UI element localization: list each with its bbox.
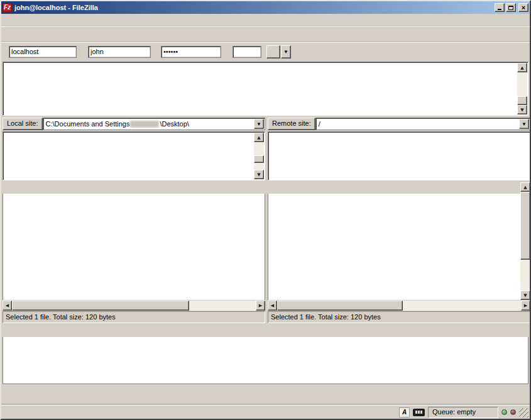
- transfer-queue-list[interactable]: [3, 337, 528, 384]
- activity-led-green-icon: [501, 409, 507, 415]
- remote-file-list[interactable]: [268, 194, 520, 300]
- minimize-button[interactable]: [495, 3, 505, 12]
- local-site-label: Local site:: [3, 118, 43, 130]
- quickconnect-dropdown-button[interactable]: ▼: [281, 45, 291, 58]
- local-path-prefix: C:\Documents and Settings: [46, 120, 130, 128]
- local-horizontal-scrollbar[interactable]: ◀ ▶: [3, 301, 265, 311]
- scroll-down-icon[interactable]: ▼: [520, 290, 530, 300]
- remote-vertical-scrollbar[interactable]: ▲ ▼: [520, 182, 530, 300]
- minimize-icon: [498, 6, 501, 10]
- toolbar: [1, 26, 530, 42]
- status-bar: A Queue: empty: [1, 405, 530, 419]
- password-input[interactable]: [161, 46, 221, 58]
- activity-led-red-icon: [510, 409, 516, 415]
- remote-site-combo[interactable]: / ▼: [315, 118, 530, 130]
- local-pane: Local site: C:\Documents and Settings\De…: [3, 118, 265, 323]
- scroll-right-icon[interactable]: ▶: [256, 301, 265, 311]
- transfer-queue-header: [3, 325, 528, 337]
- maximize-button[interactable]: [506, 3, 516, 12]
- local-status-text: Selected 1 file. Total size: 120 bytes: [3, 311, 265, 323]
- username-input[interactable]: [88, 46, 151, 58]
- scroll-right-icon[interactable]: ▶: [521, 301, 530, 311]
- tree-scroll-thumb[interactable]: [254, 155, 264, 163]
- transfer-type-indicator-icon: A: [399, 407, 410, 417]
- scroll-left-icon[interactable]: ◀: [268, 301, 277, 311]
- window-title: john@localhost - FileZilla: [14, 4, 495, 11]
- local-tree-scrollbar[interactable]: ▲ ▼: [254, 133, 264, 179]
- local-site-dropdown-button[interactable]: ▼: [254, 119, 264, 129]
- scroll-left-icon[interactable]: ◀: [3, 301, 12, 311]
- status-badge-icon: [413, 409, 425, 416]
- remote-directory-tree[interactable]: [268, 131, 530, 180]
- maximize-icon: [508, 6, 513, 10]
- remote-site-label: Remote site:: [268, 118, 315, 130]
- title-bar[interactable]: Fz john@localhost - FileZilla ×: [1, 1, 530, 14]
- local-path-suffix: \Desktop\: [160, 120, 189, 128]
- menu-bar: [1, 14, 530, 26]
- filezilla-logo-icon: Fz: [3, 3, 12, 12]
- scroll-up-icon[interactable]: ▲: [517, 63, 527, 72]
- queue-tabs: [1, 385, 530, 399]
- port-input[interactable]: [233, 46, 261, 58]
- scroll-up-icon[interactable]: ▲: [254, 133, 264, 142]
- local-directory-tree[interactable]: ▲ ▼: [3, 131, 265, 180]
- filezilla-window: Fz john@localhost - FileZilla × ▼ ▲ ▼: [0, 0, 531, 420]
- quickconnect-bar: ▼: [1, 42, 530, 60]
- remote-hscroll-thumb[interactable]: [277, 301, 403, 311]
- remote-status-text: Selected 1 file. Total size: 120 bytes: [268, 311, 530, 323]
- queue-status-text: Queue: empty: [428, 407, 498, 418]
- log-vertical-scrollbar[interactable]: ▲ ▼: [517, 63, 527, 114]
- scroll-down-icon[interactable]: ▼: [517, 105, 527, 114]
- quickconnect-button[interactable]: [266, 45, 280, 58]
- redacted-username: [130, 121, 159, 128]
- close-icon: ×: [522, 4, 525, 11]
- remote-horizontal-scrollbar[interactable]: ◀ ▶: [268, 301, 530, 311]
- remote-list-header: [268, 182, 530, 194]
- remote-pane: Remote site: / ▼ ▲ ▼ ◀: [268, 118, 530, 323]
- local-file-list[interactable]: [3, 194, 265, 300]
- log-scroll-thumb[interactable]: [517, 96, 527, 105]
- scroll-up-icon[interactable]: ▲: [520, 182, 530, 192]
- remote-site-dropdown-button[interactable]: ▼: [519, 119, 529, 129]
- chevron-down-icon: ▼: [283, 49, 288, 55]
- remote-scroll-thumb[interactable]: [520, 192, 530, 260]
- local-site-combo[interactable]: C:\Documents and Settings\Desktop\ ▼: [43, 118, 265, 130]
- local-hscroll-thumb[interactable]: [12, 301, 189, 311]
- local-list-header: [3, 182, 265, 194]
- host-input[interactable]: [9, 46, 77, 58]
- remote-path: /: [319, 120, 320, 128]
- scroll-down-icon[interactable]: ▼: [254, 170, 264, 179]
- message-log[interactable]: ▲ ▼: [3, 62, 528, 116]
- resize-grip[interactable]: [519, 408, 528, 417]
- close-button[interactable]: ×: [518, 3, 528, 12]
